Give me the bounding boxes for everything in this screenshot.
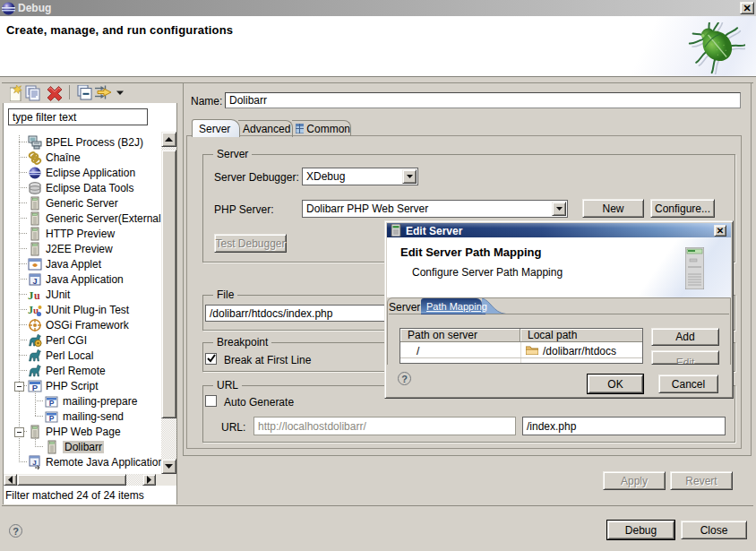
svg-text:P: P <box>32 383 39 392</box>
svg-text:J: J <box>28 288 34 302</box>
svg-text:P: P <box>49 414 55 423</box>
svg-text:u: u <box>34 289 40 302</box>
svg-text:J: J <box>32 277 37 286</box>
svg-text:P: P <box>49 399 55 408</box>
svg-text:J: J <box>32 458 36 466</box>
